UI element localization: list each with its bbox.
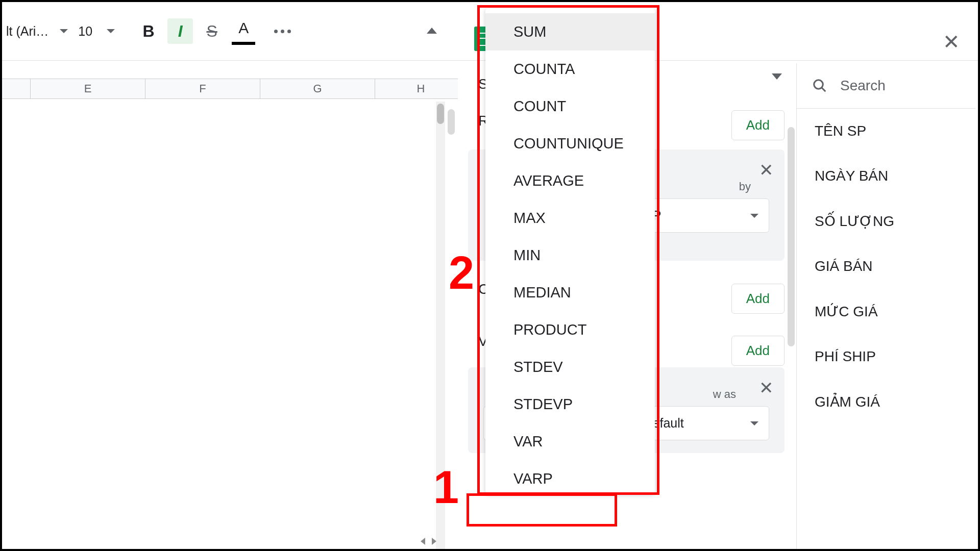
add-rows-button[interactable]: Add (731, 110, 785, 140)
field-item[interactable]: GIẢM GIÁ (797, 379, 975, 424)
triangle-right-icon (432, 538, 436, 545)
menu-item-countunique[interactable]: COUNTUNIQUE (485, 125, 655, 162)
column-header[interactable]: F (145, 79, 260, 98)
menu-item-min[interactable]: MIN (485, 237, 655, 274)
italic-button[interactable]: I (167, 18, 193, 44)
column-header[interactable]: E (31, 79, 145, 98)
column-header-row: E F G H (2, 79, 467, 99)
horizontal-scrollbar[interactable] (3, 536, 439, 547)
column-header[interactable]: G (260, 79, 375, 98)
menu-item-var[interactable]: VAR (485, 423, 655, 460)
font-family-select[interactable]: lt (Ari… (6, 24, 68, 39)
strikethrough-button[interactable]: S (199, 18, 225, 44)
menu-item-stdev[interactable]: STDEV (485, 348, 655, 386)
field-item[interactable]: PHÍ SHIP (797, 334, 975, 379)
menu-item-product[interactable]: PRODUCT (485, 311, 655, 348)
annotation-number-2: 2 (449, 247, 474, 299)
close-panel-button[interactable]: ✕ (943, 30, 960, 54)
annotation-number-1: 1 (433, 461, 459, 514)
field-item[interactable]: NGÀY BÁN (797, 154, 975, 198)
panel-scrollbar[interactable] (788, 127, 795, 494)
summarize-function-menu: SUM COUNTA COUNT COUNTUNIQUE AVERAGE MAX… (485, 8, 655, 494)
font-size-value: 10 (78, 24, 92, 39)
menu-item-stdevp[interactable]: STDEVP (485, 386, 655, 423)
chevron-down-icon (60, 29, 68, 33)
search-placeholder: Search (840, 78, 886, 94)
field-search[interactable]: Search (797, 63, 975, 109)
fields-panel: Search TÊN SP NGÀY BÁN SỐ LƯỢNG GIÁ BÁN … (796, 63, 975, 551)
chevron-down-icon (107, 29, 115, 33)
search-icon (812, 78, 827, 93)
font-size-select[interactable]: 10 (78, 24, 115, 39)
menu-item-count[interactable]: COUNT (485, 88, 655, 125)
section-collapse-button[interactable] (772, 73, 782, 80)
scroll-left-button[interactable] (417, 536, 428, 547)
column-header[interactable]: H (375, 79, 467, 98)
more-options-button[interactable] (267, 18, 298, 44)
svg-point-0 (814, 80, 823, 89)
ellipsis-icon (274, 30, 291, 33)
chevron-down-icon (750, 214, 758, 218)
chevron-up-icon (427, 28, 437, 34)
scroll-right-button[interactable] (428, 536, 439, 547)
collapse-toolbar-button[interactable] (427, 28, 437, 34)
field-item[interactable]: TÊN SP (797, 109, 975, 154)
menu-item-sum[interactable]: SUM (485, 13, 655, 51)
chevron-down-icon (772, 73, 782, 80)
menu-item-average[interactable]: AVERAGE (485, 162, 655, 199)
field-item[interactable]: GIÁ BÁN (797, 244, 975, 289)
chevron-down-icon (750, 421, 758, 425)
bold-button[interactable]: B (136, 18, 161, 44)
menu-item-median[interactable]: MEDIAN (485, 274, 655, 311)
triangle-left-icon (421, 538, 425, 545)
remove-field-button[interactable]: ✕ (759, 378, 773, 398)
select-all-corner[interactable] (2, 79, 31, 98)
font-family-value: lt (Ari… (6, 24, 48, 39)
menu-item-varp[interactable]: VARP (485, 460, 655, 497)
scrollbar-thumb[interactable] (788, 127, 795, 346)
field-item[interactable]: SỐ LƯỢNG (797, 198, 975, 244)
add-columns-button[interactable]: Add (731, 284, 785, 314)
remove-field-button[interactable]: ✕ (759, 160, 773, 180)
scrollbar-thumb[interactable] (437, 104, 444, 124)
menu-item-counta[interactable]: COUNTA (485, 51, 655, 88)
text-color-button[interactable]: A (231, 18, 256, 44)
scrollbar-thumb[interactable] (448, 109, 455, 135)
field-item[interactable]: MỨC GIÁ (797, 289, 975, 334)
svg-line-1 (822, 88, 826, 92)
add-values-button[interactable]: Add (731, 336, 785, 366)
menu-item-max[interactable]: MAX (485, 199, 655, 237)
